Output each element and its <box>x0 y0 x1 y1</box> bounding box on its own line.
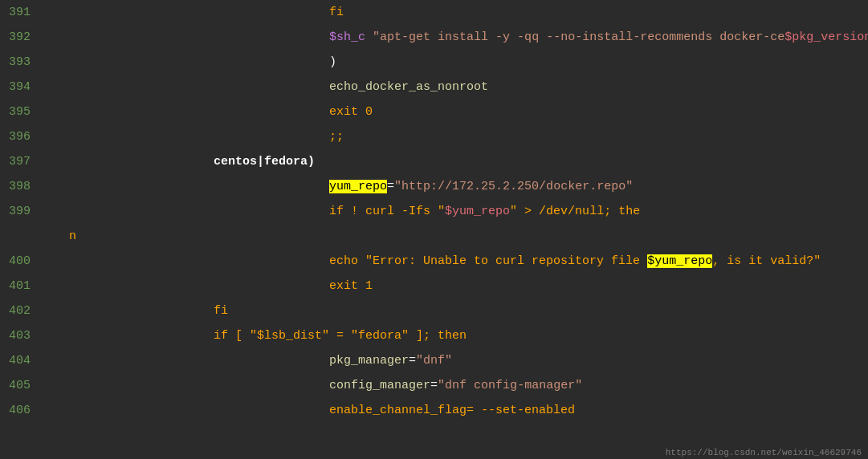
code-token: fi <box>40 304 228 318</box>
watermark: https://blog.csdn.net/weixin_46629746 <box>666 448 862 457</box>
line-number: 391 <box>0 0 40 25</box>
code-token: if ! curl -Ifs " <box>40 205 445 218</box>
code-token: ;; <box>329 130 344 144</box>
code-token: yum_repo <box>329 180 387 193</box>
code-token: enable_channel_flag= --set-enabled <box>40 404 575 417</box>
line-number: 400 <box>0 249 40 274</box>
line-number: 402 <box>0 299 40 323</box>
code-token <box>40 80 329 94</box>
line-content: if [ "$lsb_dist" = "fedora" ]; then <box>40 323 868 348</box>
line-content: if ! curl -Ifs "$yum_repo" > /dev/null; … <box>40 199 868 249</box>
line-number: 398 <box>0 174 40 199</box>
code-token <box>40 379 329 392</box>
code-token: echo_docker_as_nonroot <box>329 80 488 94</box>
code-token: "apt-get install -y -qq --no-install-rec… <box>373 30 784 44</box>
code-token: , is it valid?" <box>712 254 821 268</box>
code-token: exit 0 <box>329 105 373 119</box>
line-content: centos|fedora) <box>40 149 868 174</box>
line-content: ;; <box>40 124 868 149</box>
line-content: fi <box>40 299 868 323</box>
table-row: 398 yum_repo="http://172.25.2.250/docker… <box>0 174 868 199</box>
line-content: exit 0 <box>40 100 868 124</box>
line-number: 399 <box>0 199 40 224</box>
line-content: echo_docker_as_nonroot <box>40 75 868 100</box>
code-token: = <box>430 379 438 392</box>
code-token <box>40 130 329 144</box>
table-row: 405 config_manager="dnf config-manager" <box>0 373 868 398</box>
table-row: 393 ) <box>0 50 868 75</box>
table-row: 395 exit 0 <box>0 100 868 124</box>
line-number: 394 <box>0 75 40 100</box>
table-row: 402 fi <box>0 299 868 323</box>
line-number: 401 <box>0 274 40 299</box>
code-token: ) <box>40 55 336 69</box>
code-token <box>40 105 329 119</box>
table-row: 399 if ! curl -Ifs "$yum_repo" > /dev/nu… <box>0 199 868 249</box>
code-token: fi <box>40 6 344 19</box>
code-token: "http://172.25.2.250/docker.repo" <box>394 180 633 193</box>
table-row: 400 echo "Error: Unable to curl reposito… <box>0 249 868 274</box>
code-editor: 391 fi392 $sh_c "apt-get install -y -qq … <box>0 0 868 459</box>
code-token: centos|fedora) <box>214 155 315 169</box>
code-token: = <box>409 354 416 368</box>
code-token: $yum_repo <box>445 205 510 218</box>
line-number: 406 <box>0 398 40 423</box>
line-content: enable_channel_flag= --set-enabled <box>40 398 868 423</box>
code-token: $pkg_version <box>784 30 868 44</box>
line-number: 395 <box>0 100 40 124</box>
code-token: if [ "$lsb_dist" = "fedora" ]; then <box>40 329 467 343</box>
line-number: 403 <box>0 323 40 348</box>
line-content: config_manager="dnf config-manager" <box>40 373 868 398</box>
code-token <box>40 180 329 193</box>
code-token <box>40 354 329 368</box>
code-token <box>365 30 373 44</box>
line-content: yum_repo="http://172.25.2.250/docker.rep… <box>40 174 868 199</box>
line-content: pkg_manager="dnf" <box>40 348 868 373</box>
code-token: echo "Error: Unable to curl repository f… <box>329 254 647 268</box>
code-token <box>40 254 329 268</box>
code-token: $sh_c <box>329 30 365 44</box>
code-token: = <box>387 180 394 193</box>
table-row: 392 $sh_c "apt-get install -y -qq --no-i… <box>0 25 868 50</box>
code-token: config_manager <box>329 379 430 392</box>
table-row: 394 echo_docker_as_nonroot <box>0 75 868 100</box>
code-token: "dnf config-manager" <box>438 379 582 392</box>
line-number: 405 <box>0 373 40 398</box>
code-token: pkg_manager <box>329 354 409 368</box>
line-content: exit 1 <box>40 274 868 299</box>
table-row: 404 pkg_manager="dnf" <box>0 348 868 373</box>
code-token: $yum_repo <box>647 254 712 268</box>
line-number: 396 <box>0 124 40 149</box>
line-number: 392 <box>0 25 40 50</box>
table-row: 406 enable_channel_flag= --set-enabled <box>0 398 868 423</box>
code-token: "dnf" <box>416 354 452 368</box>
code-token: exit 1 <box>40 279 373 293</box>
line-content: echo "Error: Unable to curl repository f… <box>40 249 868 274</box>
table-row: 401 exit 1 <box>0 274 868 299</box>
line-number: 393 <box>0 50 40 75</box>
code-token <box>40 30 329 44</box>
table-row: 396 ;; <box>0 124 868 149</box>
line-content: $sh_c "apt-get install -y -qq --no-insta… <box>40 25 868 50</box>
code-token <box>40 155 214 169</box>
table-row: 403 if [ "$lsb_dist" = "fedora" ]; then <box>0 323 868 348</box>
table-row: 397 centos|fedora) <box>0 149 868 174</box>
line-content: fi <box>40 0 868 25</box>
table-row: 391 fi <box>0 0 868 25</box>
line-content: ) <box>40 50 868 75</box>
line-number: 404 <box>0 348 40 373</box>
line-number: 397 <box>0 149 40 174</box>
